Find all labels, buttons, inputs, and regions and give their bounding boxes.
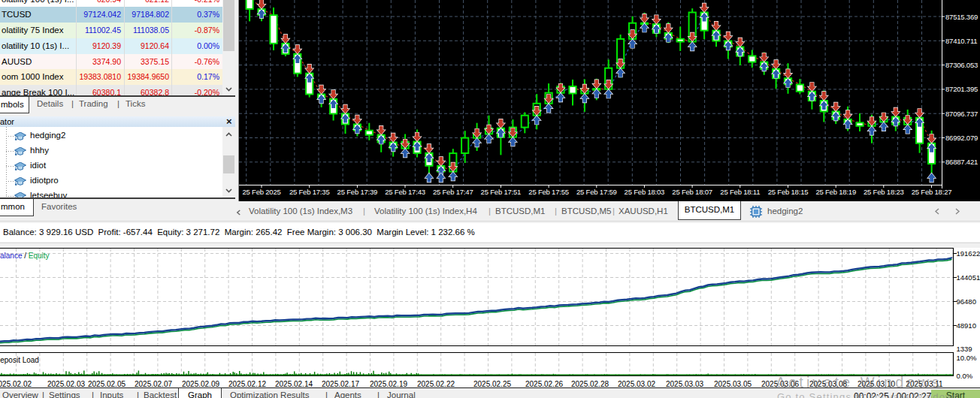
svg-text:25 Feb 17:39: 25 Feb 17:39: [337, 188, 378, 196]
svg-text:25 Feb 17:55: 25 Feb 17:55: [528, 188, 569, 196]
svg-text:alance / Equity: alance / Equity: [0, 252, 50, 260]
svg-text:1339: 1339: [957, 345, 972, 353]
svg-text:10.0%: 10.0%: [957, 354, 977, 362]
svg-text:25 Feb 18:15: 25 Feb 18:15: [768, 188, 809, 196]
svg-text:2025.02.05: 2025.02.05: [88, 380, 126, 388]
svg-text:2025.02.07: 2025.02.07: [135, 380, 172, 388]
svg-text:2025.02.02: 2025.02.02: [0, 380, 32, 388]
svg-text:86887.421: 86887.421: [945, 158, 978, 166]
svg-text:25 Feb 2025: 25 Feb 2025: [242, 188, 280, 196]
svg-text:2025.02.26: 2025.02.26: [525, 380, 563, 388]
svg-text:87306.053: 87306.053: [945, 61, 978, 69]
svg-text:2025.02.12: 2025.02.12: [228, 380, 266, 388]
svg-text:25 Feb 18:19: 25 Feb 18:19: [815, 188, 856, 196]
svg-text:87096.737: 87096.737: [945, 110, 978, 118]
svg-text:25 Feb 18:11: 25 Feb 18:11: [720, 188, 760, 196]
svg-text:25 Feb 17:51: 25 Feb 17:51: [481, 188, 522, 196]
svg-text:2025.02.03: 2025.02.03: [47, 380, 85, 388]
svg-text:87201.395: 87201.395: [945, 85, 978, 93]
svg-text:2025.03.03: 2025.03.03: [666, 380, 703, 388]
svg-text:25 Feb 17:59: 25 Feb 17:59: [576, 188, 617, 196]
svg-text:144051: 144051: [957, 273, 980, 282]
svg-text:96480: 96480: [957, 297, 976, 306]
svg-text:0.0%: 0.0%: [957, 372, 973, 380]
svg-text:25 Feb 18:03: 25 Feb 18:03: [625, 188, 665, 196]
svg-text:2025.02.22: 2025.02.22: [417, 380, 455, 388]
svg-text:2025.02.28: 2025.02.28: [571, 380, 609, 388]
svg-text:2025.02.09: 2025.02.09: [182, 380, 219, 388]
svg-text:87515.369: 87515.369: [945, 13, 978, 21]
svg-text:86992.079: 86992.079: [945, 134, 978, 142]
svg-text:2025.02.17: 2025.02.17: [322, 380, 359, 388]
svg-text:25 Feb 17:47: 25 Feb 17:47: [433, 188, 473, 196]
svg-text:191622: 191622: [957, 249, 980, 258]
svg-text:2025.02.14: 2025.02.14: [275, 380, 313, 388]
svg-text:25 Feb 18:07: 25 Feb 18:07: [672, 188, 712, 196]
svg-text:87410.711: 87410.711: [945, 37, 977, 45]
svg-text:Deposit Load: Deposit Load: [0, 356, 39, 364]
svg-text:25 Feb 17:35: 25 Feb 17:35: [289, 188, 330, 196]
svg-text:2025.03.02: 2025.03.02: [618, 380, 655, 388]
svg-text:2025.03.05: 2025.03.05: [714, 380, 752, 388]
svg-text:25 Feb 17:43: 25 Feb 17:43: [385, 188, 425, 196]
svg-text:25 Feb 18:27: 25 Feb 18:27: [912, 188, 952, 196]
svg-text:25 Feb 18:23: 25 Feb 18:23: [864, 188, 904, 196]
svg-text:48910: 48910: [957, 321, 976, 330]
svg-text:2025.02.19: 2025.02.19: [370, 380, 407, 388]
svg-text:2025.02.25: 2025.02.25: [473, 380, 511, 388]
